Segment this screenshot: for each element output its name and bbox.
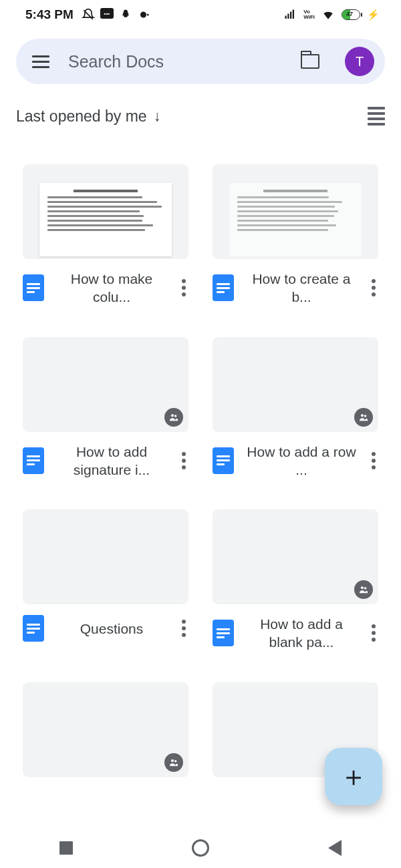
wifi-icon [321, 8, 335, 21]
signal-icon [283, 8, 297, 21]
doc-title: How to add signature i... [53, 443, 170, 479]
app-icon [138, 8, 151, 21]
arrow-down-icon: ↓ [154, 107, 161, 125]
more-options-icon[interactable] [179, 275, 188, 300]
sort-label-text: Last opened by me [16, 107, 147, 126]
doc-card[interactable]: How to add a row ... [213, 337, 378, 479]
doc-footer: Questions [23, 604, 188, 642]
svg-rect-5 [293, 10, 294, 19]
svg-point-7 [174, 415, 176, 417]
doc-thumbnail[interactable] [213, 509, 378, 604]
more-options-icon[interactable] [179, 448, 188, 473]
doc-title: How to add a blank pa... [243, 615, 360, 652]
avatar[interactable]: T [345, 47, 374, 76]
shared-icon [164, 408, 183, 427]
new-doc-fab[interactable]: ＋ [325, 748, 382, 805]
back-button[interactable] [328, 840, 342, 856]
status-left: 5:43 PM ••• [25, 7, 151, 22]
battery-icon: 47 [342, 9, 360, 20]
docs-grid: How to make colu...How to create a b...H… [0, 132, 401, 791]
svg-point-6 [171, 414, 174, 417]
svg-point-13 [174, 760, 176, 762]
doc-footer: How to create a b... [213, 259, 378, 306]
doc-thumbnail[interactable] [213, 337, 378, 432]
shared-icon [354, 408, 373, 427]
doc-card[interactable]: How to add signature i... [23, 337, 188, 479]
doc-title: How to create a b... [243, 270, 360, 306]
recents-button[interactable] [59, 841, 73, 855]
doc-footer: How to add a blank pa... [213, 604, 378, 652]
svg-point-9 [364, 415, 366, 417]
doc-thumbnail[interactable] [23, 682, 188, 777]
doc-card[interactable] [23, 682, 188, 777]
doc-thumbnail[interactable] [23, 337, 188, 432]
sort-button[interactable]: Last opened by me ↓ [16, 107, 161, 126]
doc-thumbnail[interactable] [213, 164, 378, 259]
doc-card[interactable]: Questions [23, 509, 188, 652]
search-placeholder[interactable]: Search Docs [68, 52, 287, 71]
svg-point-0 [140, 12, 146, 18]
doc-footer: How to add signature i... [23, 432, 188, 479]
doc-card[interactable]: How to create a b... [213, 164, 378, 306]
snapchat-icon [119, 8, 132, 21]
vowifi-icon: Vo WiFi [303, 9, 315, 20]
svg-point-1 [147, 14, 149, 16]
svg-rect-4 [290, 12, 291, 19]
status-right: Vo WiFi 47 ⚡ [283, 8, 380, 21]
doc-card[interactable]: How to add a blank pa... [213, 509, 378, 652]
more-options-icon[interactable] [369, 448, 378, 473]
svg-point-11 [364, 588, 366, 590]
home-button[interactable] [192, 839, 209, 857]
doc-card[interactable]: How to make colu... [23, 164, 188, 306]
search-container: Search Docs T [0, 29, 401, 91]
status-notif-icons: ••• [82, 8, 151, 21]
doc-thumbnail[interactable] [23, 509, 188, 604]
shared-icon [164, 753, 183, 772]
status-time: 5:43 PM [25, 7, 74, 22]
doc-thumbnail[interactable] [23, 164, 188, 259]
doc-title: How to add a row ... [243, 443, 360, 479]
svg-point-10 [361, 587, 364, 590]
android-nav-bar [0, 828, 401, 868]
sort-bar: Last opened by me ↓ [0, 91, 401, 132]
docs-file-icon [23, 615, 44, 642]
status-bar: 5:43 PM ••• Vo WiFi 47 ⚡ [0, 0, 401, 29]
doc-footer: How to add a row ... [213, 432, 378, 479]
docs-file-icon [213, 620, 234, 646]
plus-icon: ＋ [340, 758, 368, 795]
doc-title: Questions [53, 620, 170, 638]
more-options-icon[interactable] [369, 620, 378, 646]
docs-file-icon [213, 447, 234, 474]
doc-footer: How to make colu... [23, 259, 188, 306]
docs-file-icon [213, 274, 234, 301]
folder-icon[interactable] [301, 54, 319, 69]
sms-icon: ••• [100, 8, 114, 19]
charging-icon: ⚡ [367, 9, 380, 21]
docs-file-icon [23, 274, 44, 301]
menu-icon[interactable] [27, 50, 55, 73]
svg-rect-3 [287, 14, 289, 19]
svg-rect-2 [285, 16, 287, 19]
more-options-icon[interactable] [369, 275, 378, 300]
docs-file-icon [23, 447, 44, 474]
search-bar[interactable]: Search Docs T [16, 39, 385, 84]
view-toggle-icon[interactable] [368, 107, 385, 126]
shared-icon [354, 580, 373, 599]
svg-point-12 [171, 759, 174, 762]
doc-title: How to make colu... [53, 270, 170, 306]
dnd-icon [82, 8, 95, 21]
svg-point-8 [361, 414, 364, 417]
more-options-icon[interactable] [179, 616, 188, 641]
